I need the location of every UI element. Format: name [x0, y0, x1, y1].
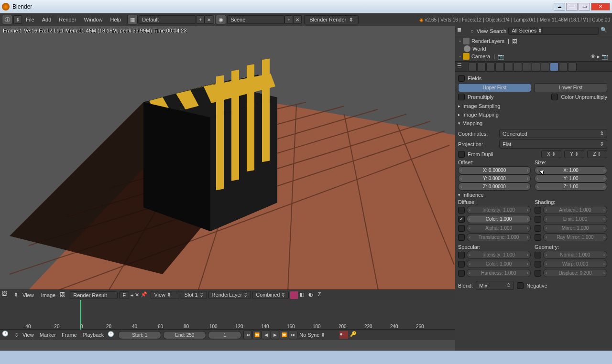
outliner-search[interactable]: Search	[490, 28, 506, 34]
shading-mirror-check[interactable]	[535, 225, 541, 232]
fields-checkbox[interactable]	[458, 75, 465, 82]
offset-y[interactable]: Y: 0.00000	[458, 174, 531, 182]
help-button[interactable]: ☁	[554, 3, 565, 11]
image-browse-icon[interactable]: 🖼	[60, 291, 68, 299]
panel-image-mapping[interactable]: Image Mapping	[458, 110, 607, 119]
layout-selector[interactable]: Default	[139, 15, 196, 24]
image-add-button[interactable]: +	[131, 292, 133, 298]
panel-influence[interactable]: Influence	[458, 191, 607, 199]
diffuse-alpha[interactable]: Alpha: 1.000	[467, 224, 531, 232]
menu-frame[interactable]: Frame	[60, 332, 79, 338]
shading-ambient[interactable]: Ambient: 1.000	[543, 206, 607, 214]
outliner-editor-icon[interactable]: ≣	[457, 27, 468, 35]
image-remove-button[interactable]: ✕	[135, 292, 139, 298]
shading-raymirror-check[interactable]	[535, 234, 541, 241]
sync-mode[interactable]: No Sync ⇕	[299, 332, 338, 338]
tab-scene[interactable]	[486, 63, 495, 71]
panel-image-sampling[interactable]: Image Sampling	[458, 102, 607, 110]
tab-texture[interactable]	[550, 63, 558, 71]
geometry-warp[interactable]: Warp: 0.000	[543, 260, 607, 268]
specular-hardness-check[interactable]	[458, 270, 465, 277]
tab-physics[interactable]	[568, 63, 577, 71]
outliner-view[interactable]: View	[477, 28, 488, 34]
view-mode[interactable]: View ⇕	[151, 291, 179, 299]
tab-modifiers[interactable]	[523, 63, 531, 71]
axis-x[interactable]: X ⇕	[541, 150, 561, 158]
outliner-item[interactable]: ◦ RenderLayers | 🖼	[459, 37, 608, 45]
channel-z-icon[interactable]: Z	[317, 291, 325, 299]
geometry-normal-check[interactable]	[535, 252, 541, 258]
info-editor-icon[interactable]: ⓘ	[2, 15, 12, 24]
diffuse-color[interactable]: Color: 1.000	[467, 215, 531, 223]
tab-constraints[interactable]	[514, 63, 522, 71]
axis-z[interactable]: Z ⇕	[587, 150, 607, 158]
viewport[interactable]: Frame:1 Ve:16 Fa:12 La:1 Mem:11.46M (18.…	[0, 26, 455, 351]
timeline-ruler[interactable]: -40 -20 0 20 40 60 80 100 120 140 160 18…	[0, 300, 455, 330]
jump-end-button[interactable]: ⏭	[289, 331, 297, 339]
tab-world[interactable]	[495, 63, 504, 71]
unpremultiply-checkbox[interactable]	[551, 94, 558, 100]
outliner-item[interactable]: World	[459, 45, 608, 53]
tab-data[interactable]	[532, 63, 540, 71]
panel-mapping[interactable]: Mapping	[458, 119, 607, 128]
play-reverse-button[interactable]: ◀	[262, 331, 270, 339]
geometry-normal[interactable]: Normal: 1.000	[543, 251, 607, 259]
channel-rgba-icon[interactable]	[290, 291, 298, 299]
minimize-button[interactable]: —	[566, 3, 578, 11]
layout-add-button[interactable]: +	[196, 15, 205, 24]
diffuse-color-check[interactable]	[458, 216, 465, 223]
scene-add-button[interactable]: +	[284, 15, 293, 24]
fake-user-button[interactable]: F	[119, 291, 129, 299]
start-frame[interactable]: Start: 1	[118, 331, 161, 339]
shading-mirror[interactable]: Mirror: 1.000	[543, 224, 607, 232]
diffuse-intensity-check[interactable]	[458, 207, 465, 214]
specular-intensity-check[interactable]	[458, 252, 465, 258]
close-button[interactable]: ✕	[591, 3, 610, 11]
timeline-editor-icon[interactable]: 🕐	[2, 331, 12, 339]
diffuse-translucency[interactable]: Translucenc: 1.000	[467, 233, 531, 241]
size-y[interactable]: Y: 1.00	[535, 174, 607, 182]
layer-selector[interactable]: RenderLayer ⇕	[208, 291, 251, 299]
keying-set-icon[interactable]: 🔑	[350, 331, 359, 339]
preview-range-icon[interactable]: 🕐	[108, 331, 116, 339]
menu-add[interactable]: Add	[38, 17, 55, 22]
tab-object[interactable]	[504, 63, 513, 71]
expand-icon[interactable]: ⇕	[13, 15, 22, 24]
specular-color-check[interactable]	[458, 261, 465, 268]
diffuse-alpha-check[interactable]	[458, 225, 465, 232]
blend-select[interactable]: Mix⇕	[476, 281, 514, 290]
lower-first-toggle[interactable]: Lower First	[534, 83, 607, 92]
shading-raymirror[interactable]: Ray Mirror: 1.000	[543, 233, 607, 241]
end-frame[interactable]: End: 250	[163, 331, 206, 339]
current-frame[interactable]: 1	[208, 331, 241, 339]
menu-render[interactable]: Render	[55, 17, 80, 22]
coordinates-select[interactable]: Generated⇕	[499, 129, 607, 138]
specular-color[interactable]: Color: 1.000	[467, 260, 531, 268]
tab-renderlayers[interactable]	[477, 63, 486, 71]
channel-rgb-icon[interactable]: ◧	[299, 291, 307, 299]
record-button[interactable]: ●	[339, 331, 348, 339]
specular-hardness[interactable]: Hardness: 1.000	[467, 269, 531, 277]
specular-intensity[interactable]: Intensity: 1.000	[467, 251, 531, 259]
prev-key-button[interactable]: ⏪	[252, 331, 261, 339]
outliner-item[interactable]: ◦ Camera | 📷 👁 ▸ 📷	[459, 53, 608, 60]
properties-editor-icon[interactable]: ☰	[457, 63, 468, 71]
image-name[interactable]: Render Result	[70, 291, 118, 299]
maximize-button[interactable]: ▭	[579, 3, 590, 11]
shading-emit[interactable]: Emit: 1.000	[543, 215, 607, 223]
diffuse-translucency-check[interactable]	[458, 234, 465, 241]
outliner-filter[interactable]: All Scenes ⇕	[508, 27, 599, 35]
search-icon[interactable]: 🔍	[601, 27, 610, 35]
projection-select[interactable]: Flat⇕	[499, 139, 607, 149]
play-button[interactable]: ▶	[271, 331, 279, 339]
scene-icon[interactable]: ◉	[216, 15, 226, 24]
menu-marker[interactable]: Marker	[38, 332, 58, 338]
menu-window[interactable]: Window	[80, 17, 106, 22]
editor-type-icon[interactable]: 🖼	[2, 291, 12, 300]
expand-icon[interactable]: ⇕	[14, 332, 19, 338]
size-z[interactable]: Z: 1.00	[535, 182, 607, 191]
scene-remove-button[interactable]: ✕	[293, 15, 302, 24]
diffuse-intensity[interactable]: Intensity: 1.000	[467, 206, 531, 214]
pass-selector[interactable]: Combined ⇕	[252, 291, 289, 299]
layout-icon[interactable]: ▦	[127, 15, 138, 24]
